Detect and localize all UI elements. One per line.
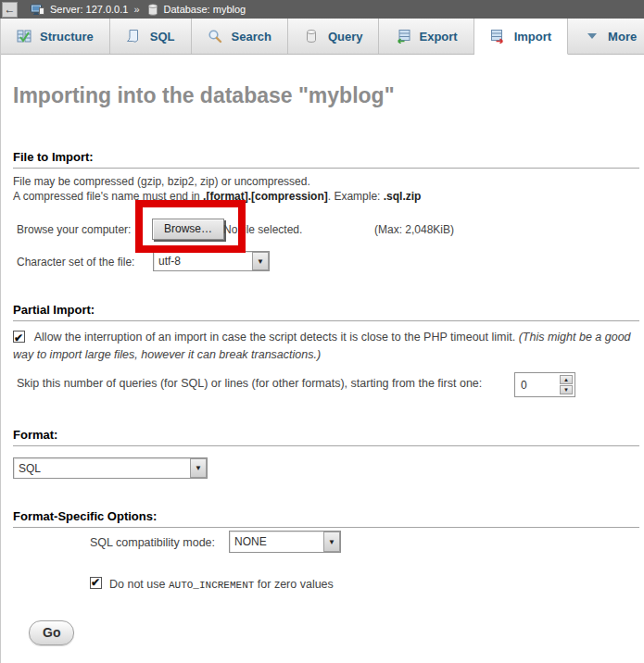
tab-export[interactable]: Export: [379, 19, 474, 54]
breadcrumb-bar: ← Server: 127.0.0.1 » Database: myblog: [0, 0, 644, 19]
query-icon: [304, 29, 320, 44]
sql-compatibility-select[interactable]: NONE ▼: [229, 531, 341, 553]
tab-more[interactable]: More: [568, 19, 644, 54]
auto-increment-code: AUTO_INCREMENT: [169, 580, 254, 591]
tab-label: SQL: [150, 30, 175, 44]
browse-label: Browse your computer:: [17, 223, 131, 236]
spinner-down-icon[interactable]: ▼: [560, 385, 573, 394]
structure-icon: [16, 29, 32, 44]
section-heading-format: Format:: [13, 428, 639, 446]
skip-queries-input[interactable]: 0 ▲ ▼: [514, 372, 575, 397]
charset-select-value: utf-8: [158, 255, 181, 268]
charset-label: Character set of the file:: [17, 256, 134, 269]
max-size-text: (Max: 2,048KiB): [374, 223, 454, 236]
naming-example-bold: .sql.zip: [384, 190, 422, 203]
spinner-up-icon[interactable]: ▲: [560, 375, 573, 384]
search-icon: [208, 29, 223, 44]
server-icon: [31, 4, 44, 16]
tab-structure[interactable]: Structure: [0, 19, 110, 54]
interrupt-row: Allow the interruption of an import in c…: [13, 329, 636, 364]
format-select[interactable]: SQL ▼: [13, 457, 208, 479]
page-left-border: [0, 19, 1, 663]
import-icon: [490, 29, 506, 44]
tab-label: More: [608, 30, 637, 44]
tab-sql[interactable]: SQL: [110, 19, 192, 54]
section-heading-file-to-import: File to Import:: [13, 150, 639, 169]
tab-label: Search: [232, 30, 271, 44]
naming-format-bold: .[format].[compression]: [203, 190, 328, 203]
page-title: Importing into the database "myblog": [13, 83, 395, 108]
no-file-selected-text: No file selected.: [223, 223, 302, 236]
tab-query[interactable]: Query: [288, 19, 380, 54]
section-heading-partial-import: Partial Import:: [13, 303, 639, 321]
tab-label: Import: [514, 30, 551, 44]
export-icon: [395, 29, 410, 44]
interrupt-checkbox[interactable]: [13, 331, 25, 343]
sql-icon: [126, 29, 142, 44]
import-content: Importing into the database "myblog" Fil…: [0, 55, 644, 663]
chevron-down-icon: [584, 29, 600, 44]
breadcrumb-separator: »: [133, 4, 139, 15]
back-button[interactable]: ←: [2, 2, 18, 18]
skip-spinner: ▲ ▼: [558, 373, 575, 396]
go-button[interactable]: Go: [29, 620, 74, 645]
charset-select-arrow-icon[interactable]: ▼: [252, 252, 269, 270]
sql-compatibility-label: SQL compatibility mode:: [90, 536, 215, 549]
format-select-value: SQL: [19, 462, 41, 475]
auto-increment-label: Do not use AUTO_INCREMENT for zero value…: [109, 578, 334, 591]
skip-queries-label: Skip this number of queries (for SQL) or…: [17, 377, 482, 390]
naming-note: A compressed file's name must end in .[f…: [13, 190, 421, 203]
charset-select[interactable]: utf-8 ▼: [153, 251, 270, 271]
tab-import[interactable]: Import: [474, 19, 568, 55]
auto-increment-checkbox[interactable]: [90, 577, 102, 589]
tab-label: Export: [419, 30, 457, 44]
interrupt-text: Allow the interruption of an import in c…: [34, 331, 515, 344]
sql-compatibility-value: NONE: [234, 535, 267, 548]
breadcrumb-server[interactable]: Server: 127.0.0.1: [50, 4, 128, 15]
tab-label: Query: [328, 30, 363, 44]
section-heading-format-specific-options: Format-Specific Options:: [13, 509, 639, 528]
sql-compatibility-arrow-icon[interactable]: ▼: [323, 532, 340, 552]
breadcrumb-database[interactable]: Database: myblog: [164, 4, 246, 15]
browse-button[interactable]: Browse…: [152, 219, 224, 240]
format-select-arrow-icon[interactable]: ▼: [190, 458, 207, 478]
tab-search[interactable]: Search: [192, 19, 288, 54]
database-icon: [147, 4, 158, 16]
tab-label: Structure: [40, 30, 94, 44]
skip-queries-value: 0: [521, 379, 527, 392]
tab-bar: Structure SQL Search Query Export: [0, 19, 644, 55]
compression-note: File may be compressed (gzip, bzip2, zip…: [13, 175, 310, 188]
phpmyadmin-import-page: ← Server: 127.0.0.1 » Database: myblog S…: [0, 0, 644, 663]
